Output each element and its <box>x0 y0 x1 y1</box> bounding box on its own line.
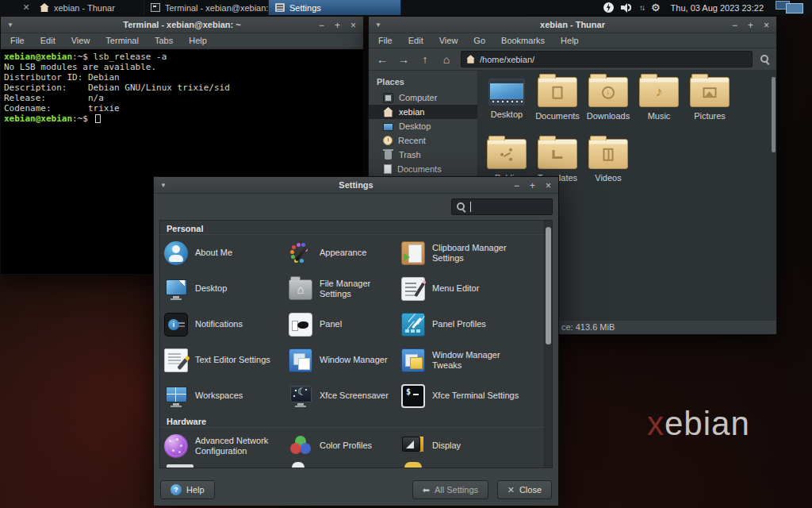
keyboard-icon[interactable] <box>167 464 193 468</box>
file-documents[interactable]: Documents <box>532 77 583 121</box>
place-label: Trash <box>399 150 421 160</box>
back-icon[interactable]: ← <box>375 54 389 65</box>
terminal-menu-help[interactable]: Help <box>181 36 215 45</box>
settings-search-box[interactable] <box>451 198 553 215</box>
terminal-menu-terminal[interactable]: Terminal <box>98 36 147 45</box>
terminal-menu-file[interactable]: File <box>2 36 33 45</box>
network-arrows-icon[interactable]: ↑↓ <box>639 3 644 12</box>
close-icon[interactable]: × <box>764 21 769 30</box>
search-icon[interactable] <box>760 54 770 64</box>
thunar-menu-file[interactable]: File <box>370 36 400 45</box>
minimize-icon[interactable]: − <box>732 21 737 30</box>
taskbar-button-xebian-thunar[interactable]: xebian - Thunar <box>33 0 144 15</box>
settings-item-label: Panel <box>320 319 342 329</box>
place-computer[interactable]: Computer <box>369 90 477 105</box>
window-menu-icon[interactable]: ▼ <box>375 17 381 33</box>
settings-item-advanced-network-configuration[interactable]: Advanced Network Configuration <box>160 428 285 464</box>
mouse-icon[interactable] <box>292 462 304 468</box>
home-icon[interactable]: ⌂ <box>439 54 454 65</box>
place-trash[interactable]: Trash <box>369 148 477 162</box>
thunar-menu-help[interactable]: Help <box>553 36 587 45</box>
thunar-menu-bookmarks[interactable]: Bookmarks <box>493 36 553 45</box>
thunar-scrollbar[interactable] <box>772 77 776 152</box>
settings-item-panel-profiles[interactable]: Panel Profiles <box>397 306 544 342</box>
terminal-titlebar[interactable]: ▼ Terminal - xebian@xebian: ~ −+× <box>1 17 363 33</box>
close-icon[interactable]: × <box>350 21 356 30</box>
maximize-icon[interactable]: + <box>748 21 753 30</box>
settings-item-window-manager-tweaks[interactable]: Window Manager Tweaks <box>397 342 544 378</box>
computer-icon <box>383 93 393 103</box>
workspace-pager-icon[interactable] <box>774 1 806 14</box>
maximize-icon[interactable]: + <box>335 21 340 30</box>
settings-item-notifications[interactable]: Notifications <box>160 306 285 342</box>
taskbar-button-label: Settings <box>289 3 321 13</box>
settings-footer: ? Help ⬅ All Settings ✕ Close <box>154 474 558 506</box>
updates-gear-icon[interactable]: ⚙ <box>651 2 661 13</box>
window-menu-icon[interactable]: ▼ <box>160 177 167 194</box>
place-desktop[interactable]: Desktop <box>369 119 477 133</box>
window-list-close-icon[interactable]: ✕ <box>19 0 33 15</box>
window-menu-icon[interactable]: ▼ <box>7 17 13 33</box>
places-list: ComputerxebianDesktopRecentTrashDocument… <box>369 90 477 176</box>
terminal-menu-edit[interactable]: Edit <box>33 36 63 45</box>
place-documents[interactable]: Documents <box>369 162 477 176</box>
settings-item-panel[interactable]: Panel <box>285 306 397 342</box>
close-button[interactable]: ✕ Close <box>497 480 552 499</box>
folder-icon <box>538 77 577 107</box>
settings-item-display[interactable]: Display <box>397 428 544 464</box>
settings-item-xfce-terminal-settings[interactable]: Xfce Terminal Settings <box>397 378 544 414</box>
settings-item-appearance[interactable]: Appearance <box>285 235 397 271</box>
minimize-icon[interactable]: − <box>319 21 324 30</box>
settings-scrollbar-thumb[interactable] <box>546 227 551 344</box>
power-icon[interactable] <box>603 2 614 13</box>
up-icon[interactable]: ↑ <box>418 54 432 65</box>
help-icon: ? <box>170 484 182 495</box>
power-manager-icon[interactable] <box>404 462 422 468</box>
settings-item-label: Window Manager Tweaks <box>432 350 521 371</box>
wallpaper-brand-rest: ebian <box>665 405 750 442</box>
settings-item-label: Xfce Terminal Settings <box>432 391 519 401</box>
home-icon <box>383 107 393 117</box>
all-settings-button[interactable]: ⬅ All Settings <box>412 480 488 499</box>
settings-item-file-manager-settings[interactable]: File Manager Settings <box>285 271 397 306</box>
file-pictures[interactable]: Pictures <box>684 77 735 121</box>
thunar-menu-view[interactable]: View <box>431 36 466 45</box>
thunar-titlebar[interactable]: ▼ xebian - Thunar −+× <box>369 17 776 33</box>
place-recent[interactable]: Recent <box>369 133 477 148</box>
minimize-icon[interactable]: − <box>514 181 519 190</box>
thunar-menu-edit[interactable]: Edit <box>400 36 431 45</box>
file-downloads[interactable]: Downloads <box>583 77 634 121</box>
place-xebian[interactable]: xebian <box>369 105 477 119</box>
thunar-menu-go[interactable]: Go <box>465 36 493 45</box>
maximize-icon[interactable]: + <box>530 181 535 190</box>
settings-item-clipboard-manager-settings[interactable]: Clipboard Manager Settings <box>397 235 544 271</box>
close-icon[interactable]: × <box>546 181 551 190</box>
forward-icon[interactable]: → <box>396 54 411 65</box>
settings-item-menu-editor[interactable]: Menu Editor <box>397 271 544 306</box>
help-button[interactable]: ? Help <box>160 480 215 499</box>
file-label: Downloads <box>583 111 634 121</box>
settings-item-text-editor-settings[interactable]: Text Editor Settings <box>160 342 285 378</box>
thunar-toolbar: ← → ↑ ⌂ /home/xebian/ <box>369 48 776 71</box>
panel-clock[interactable]: Thu, 03 Aug 2023 23:22 <box>668 3 767 13</box>
desktop-icon <box>164 277 188 301</box>
terminal-menu-tabs[interactable]: Tabs <box>147 36 181 45</box>
section-header-personal: Personal <box>160 221 544 235</box>
settings-item-xfce-screensaver[interactable]: Xfce Screensaver <box>285 378 397 414</box>
path-bar[interactable]: /home/xebian/ <box>461 51 753 67</box>
volume-icon[interactable] <box>621 2 632 13</box>
settings-item-window-manager[interactable]: Window Manager <box>285 342 397 378</box>
settings-item-color-profiles[interactable]: Color Profiles <box>285 428 397 464</box>
settings-search-input[interactable] <box>475 202 548 212</box>
file-videos[interactable]: Videos <box>583 139 634 183</box>
settings-item-about-me[interactable]: About Me <box>160 235 285 271</box>
settings-titlebar[interactable]: ▼ Settings −+× <box>154 177 558 194</box>
settings-scrollbar-track[interactable] <box>544 221 552 468</box>
taskbar-button-settings[interactable]: Settings <box>269 0 401 15</box>
settings-item-workspaces[interactable]: Workspaces <box>160 378 285 414</box>
settings-item-desktop[interactable]: Desktop <box>160 271 285 306</box>
terminal-menu-view[interactable]: View <box>63 36 98 45</box>
file-desktop[interactable]: Desktop <box>481 77 532 119</box>
file-music[interactable]: ♪Music <box>634 77 684 121</box>
taskbar-button-terminal-xebian-xebian[interactable]: Terminal - xebian@xebian: ~ <box>144 0 269 15</box>
